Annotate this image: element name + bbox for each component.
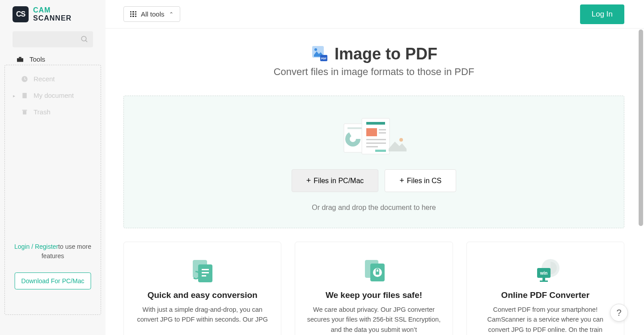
download-pc-mac-button[interactable]: Download For PC/Mac <box>15 272 91 289</box>
search-icon <box>80 35 89 43</box>
scrollbar[interactable] <box>639 29 643 226</box>
upload-dropzone[interactable]: + Files in PC/Mac + Files in CS Or drag … <box>123 96 624 228</box>
svg-rect-6 <box>23 110 26 114</box>
document-icon <box>21 92 28 99</box>
svg-rect-16 <box>366 122 385 125</box>
svg-point-24 <box>399 138 403 142</box>
feature-card-quick: Quick and easy conversion With just a si… <box>123 242 281 335</box>
login-button[interactable]: Log In <box>580 4 624 24</box>
svg-rect-37 <box>540 281 548 282</box>
sidebar-item-my-document[interactable]: ▸ My document <box>5 87 101 104</box>
feature-title: We keep your files safe! <box>307 290 441 300</box>
hero-title-row: PDF Image to PDF <box>123 45 624 63</box>
svg-rect-33 <box>376 272 379 275</box>
file-source-label: Files in PC/Mac <box>314 177 364 185</box>
sidebar-item-label: Recent <box>34 75 55 83</box>
plus-icon: + <box>306 176 311 185</box>
svg-rect-18 <box>379 129 386 130</box>
svg-rect-36 <box>542 278 545 281</box>
plus-icon: + <box>399 176 404 185</box>
sidebar-item-tools[interactable]: Tools <box>0 55 106 65</box>
drag-hint: Or drag and drop the document to here <box>312 204 436 212</box>
svg-rect-13 <box>347 127 363 129</box>
svg-rect-28 <box>202 272 209 273</box>
svg-rect-3 <box>19 57 21 58</box>
feature-body: Convert PDF from your smartphone! CamSca… <box>479 305 612 335</box>
svg-rect-2 <box>17 58 23 62</box>
page-subtitle: Convert files in image formats to those … <box>123 66 624 78</box>
file-source-label: Files in CS <box>407 177 441 185</box>
sidebar-item-trash[interactable]: Trash <box>5 104 101 120</box>
main-region: All tools ⌃ Log In PDF Image to PDF Conv… <box>106 0 644 335</box>
svg-point-9 <box>314 48 317 51</box>
file-source-buttons: + Files in PC/Mac + Files in CS <box>292 169 456 192</box>
help-button[interactable]: ? <box>610 304 628 322</box>
files-in-cs-button[interactable]: + Files in CS <box>385 169 456 192</box>
svg-rect-27 <box>202 269 209 270</box>
feature-card-safe: We keep your files safe! We care about p… <box>295 242 453 335</box>
svg-point-0 <box>81 36 86 41</box>
page-title: Image to PDF <box>335 45 437 63</box>
login-register-link[interactable]: Login / Register <box>14 243 58 250</box>
svg-text:PDF: PDF <box>321 57 326 60</box>
svg-rect-5 <box>22 93 26 98</box>
svg-rect-20 <box>366 139 386 140</box>
sidebar-item-label: My document <box>34 92 74 99</box>
sidebar-dashed-region: Recent ▸ My document Trash Login / Regis… <box>4 65 101 315</box>
sidebar: CS CAM SCANNER Tools Recent ▸ My documen… <box>0 0 106 335</box>
svg-rect-23 <box>375 150 386 152</box>
sidebar-item-recent[interactable]: Recent <box>5 71 101 87</box>
topbar: All tools ⌃ Log In <box>106 0 644 29</box>
chevron-right-icon: ▸ <box>13 93 15 98</box>
feature-body: With just a simple drag-and-drop, you ca… <box>136 305 269 325</box>
feature-title: Quick and easy conversion <box>136 290 269 300</box>
quick-conversion-icon <box>136 256 269 285</box>
svg-rect-7 <box>22 109 27 110</box>
chevron-up-icon: ⌃ <box>169 11 174 17</box>
sidebar-item-label: Tools <box>30 55 45 63</box>
features-row: Quick and easy conversion With just a si… <box>123 242 624 335</box>
register-prompt: Login / Registerto use more features <box>5 242 101 261</box>
svg-rect-29 <box>202 275 206 276</box>
svg-line-1 <box>85 40 87 42</box>
documents-illustration <box>340 116 407 160</box>
clock-icon <box>21 75 28 83</box>
secure-files-icon <box>307 256 441 285</box>
online-converter-icon: win <box>479 256 612 285</box>
brand-mark: CS <box>13 6 29 22</box>
brand-text: CAM SCANNER <box>33 7 72 22</box>
feature-body: We care about privacy. Our JPG converter… <box>307 305 441 335</box>
sidebar-item-label: Trash <box>34 108 51 116</box>
content-scroll[interactable]: PDF Image to PDF Convert files in image … <box>106 29 644 335</box>
search-input[interactable] <box>13 31 93 47</box>
trash-icon <box>21 109 28 116</box>
grid-icon <box>130 11 136 17</box>
image-to-pdf-icon: PDF <box>310 45 328 63</box>
brand-logo[interactable]: CS CAM SCANNER <box>0 0 106 27</box>
briefcase-icon <box>16 56 24 63</box>
files-in-pc-button[interactable]: + Files in PC/Mac <box>292 169 379 192</box>
svg-text:win: win <box>540 271 548 276</box>
feature-title: Online PDF Converter <box>479 290 612 300</box>
svg-rect-19 <box>379 132 386 134</box>
svg-rect-17 <box>366 128 377 136</box>
all-tools-button[interactable]: All tools ⌃ <box>123 6 180 22</box>
svg-rect-22 <box>366 146 378 147</box>
all-tools-label: All tools <box>141 10 165 18</box>
svg-rect-21 <box>366 142 386 144</box>
feature-card-online: win Online PDF Converter Convert PDF fro… <box>466 242 624 335</box>
